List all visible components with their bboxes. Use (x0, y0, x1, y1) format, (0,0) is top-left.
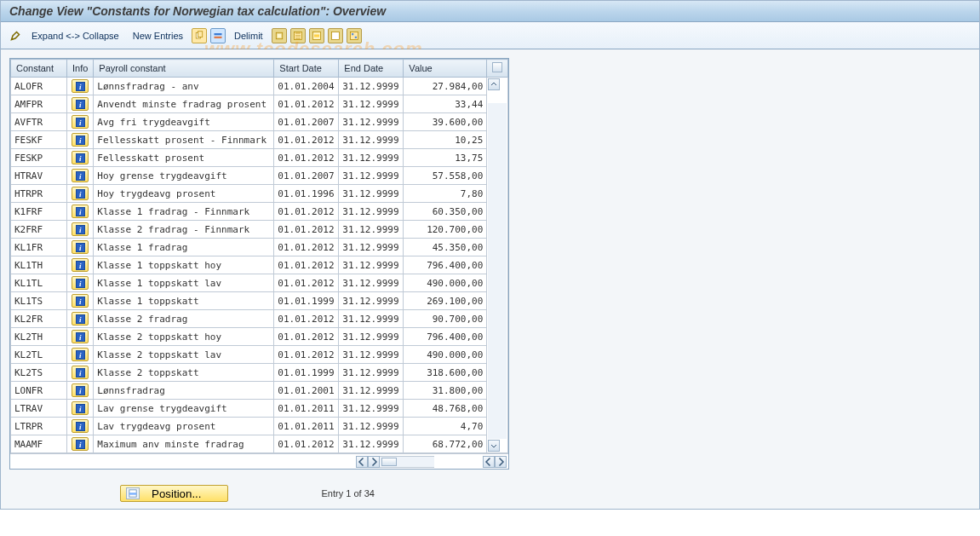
info-icon[interactable]: i (72, 419, 89, 433)
cell-start-date[interactable]: 01.01.1999 (274, 292, 339, 310)
cell-end-date[interactable]: 31.12.9999 (339, 435, 404, 453)
select-all-icon[interactable] (290, 28, 306, 43)
cell-end-date[interactable]: 31.12.9999 (339, 78, 404, 95)
cell-constant[interactable]: KL1TL (11, 274, 67, 292)
new-entries-button[interactable]: New Entries (128, 29, 188, 43)
table-row[interactable]: LONFRiLønnsfradrag01.01.200131.12.999931… (11, 382, 508, 400)
info-icon[interactable]: i (72, 312, 89, 326)
cell-desc[interactable]: Klasse 2 toppskatt hoy (94, 328, 274, 346)
info-icon[interactable]: i (72, 79, 89, 93)
cell-desc[interactable]: Klasse 2 fradrag - Finnmark (94, 221, 274, 239)
hscroll-thumb[interactable] (381, 458, 397, 466)
cell-value[interactable]: 120.700,00 (404, 221, 487, 239)
hscroll-left-icon[interactable] (356, 456, 368, 468)
cell-value[interactable]: 4,70 (404, 418, 487, 435)
cell-desc[interactable]: Klasse 2 fradrag (94, 310, 274, 328)
info-icon[interactable]: i (72, 151, 89, 164)
cell-end-date[interactable]: 31.12.9999 (339, 364, 404, 382)
cell-constant[interactable]: LTRAV (11, 400, 67, 418)
cell-start-date[interactable]: 01.01.2001 (274, 382, 339, 400)
cell-end-date[interactable]: 31.12.9999 (339, 239, 404, 256)
cell-value[interactable]: 10,25 (404, 131, 487, 149)
info-icon[interactable]: i (72, 133, 89, 147)
cell-start-date[interactable]: 01.01.2012 (274, 221, 339, 239)
delimit-button[interactable]: Delimit (229, 29, 268, 43)
cell-end-date[interactable]: 31.12.9999 (339, 221, 404, 239)
info-icon[interactable]: i (72, 348, 89, 361)
cell-value[interactable]: 68.772,00 (404, 435, 487, 453)
cell-start-date[interactable]: 01.01.2012 (274, 346, 339, 364)
info-icon[interactable]: i (72, 240, 89, 254)
cell-desc[interactable]: Hoy grense trygdeavgift (94, 167, 274, 185)
table-row[interactable]: HTRPRiHoy trygdeavg prosent01.01.199631.… (11, 185, 508, 203)
info-icon[interactable]: i (72, 401, 89, 415)
info-icon[interactable]: i (72, 294, 89, 308)
cell-end-date[interactable]: 31.12.9999 (339, 113, 404, 131)
cell-value[interactable]: 33,44 (404, 95, 487, 113)
cell-value[interactable]: 490.000,00 (404, 346, 487, 364)
vertical-scrollbar[interactable] (487, 78, 508, 453)
info-icon[interactable]: i (72, 205, 89, 218)
cell-end-date[interactable]: 31.12.9999 (339, 203, 404, 221)
undo-change-icon[interactable] (272, 28, 287, 43)
cell-value[interactable]: 796.400,00 (404, 328, 487, 346)
cell-end-date[interactable]: 31.12.9999 (339, 382, 404, 400)
cell-desc[interactable]: Avg fri trygdeavgift (94, 113, 274, 131)
info-icon[interactable]: i (72, 366, 89, 379)
table-settings-icon[interactable] (492, 62, 502, 72)
info-icon[interactable]: i (72, 258, 89, 272)
cell-constant[interactable]: KL2FR (11, 310, 67, 328)
cell-start-date[interactable]: 01.01.2004 (274, 78, 339, 95)
col-end[interactable]: End Date (339, 60, 404, 78)
col-start[interactable]: Start Date (274, 60, 339, 78)
col-constant[interactable]: Constant (11, 60, 67, 78)
vscroll-track[interactable] (488, 103, 507, 439)
cell-start-date[interactable]: 01.01.2007 (274, 167, 339, 185)
cell-constant[interactable]: AVFTR (11, 113, 67, 131)
cell-desc[interactable]: Klasse 1 toppskatt (94, 292, 274, 310)
deselect-all-icon[interactable] (328, 28, 343, 43)
cell-constant[interactable]: KL1TH (11, 256, 67, 274)
info-icon[interactable]: i (72, 97, 89, 111)
table-row[interactable]: KL2THiKlasse 2 toppskatt hoy01.01.201231… (11, 328, 508, 346)
cell-value[interactable]: 318.600,00 (404, 364, 487, 382)
cell-desc[interactable]: Klasse 1 toppskatt lav (94, 274, 274, 292)
cell-start-date[interactable]: 01.01.2011 (274, 400, 339, 418)
cell-start-date[interactable]: 01.01.2012 (274, 310, 339, 328)
cell-desc[interactable]: Lav grense trygdeavgift (94, 400, 274, 418)
cell-start-date[interactable]: 01.01.2012 (274, 239, 339, 256)
cell-constant[interactable]: ALOFR (11, 78, 67, 95)
info-icon[interactable]: i (72, 187, 89, 200)
cell-desc[interactable]: Fellesskatt prosent - Finnmark (94, 131, 274, 149)
cell-constant[interactable]: LONFR (11, 382, 67, 400)
hscroll-right-icon[interactable] (368, 456, 380, 468)
cell-start-date[interactable]: 01.01.2012 (274, 131, 339, 149)
cell-start-date[interactable]: 01.01.2011 (274, 418, 339, 435)
cell-start-date[interactable]: 01.01.2012 (274, 274, 339, 292)
cell-end-date[interactable]: 31.12.9999 (339, 418, 404, 435)
table-row[interactable]: KL2FRiKlasse 2 fradrag01.01.201231.12.99… (11, 310, 508, 328)
delete-icon[interactable] (210, 28, 226, 43)
cell-end-date[interactable]: 31.12.9999 (339, 131, 404, 149)
info-icon[interactable]: i (72, 115, 89, 129)
cell-end-date[interactable]: 31.12.9999 (339, 167, 404, 185)
cell-end-date[interactable]: 31.12.9999 (339, 95, 404, 113)
cell-end-date[interactable]: 31.12.9999 (339, 292, 404, 310)
cell-value[interactable]: 7,80 (404, 185, 487, 203)
cell-desc[interactable]: Klasse 1 fradrag - Finnmark (94, 203, 274, 221)
cell-constant[interactable]: KL1FR (11, 239, 67, 256)
position-button[interactable]: Position... (120, 485, 228, 502)
cell-value[interactable]: 269.100,00 (404, 292, 487, 310)
table-row[interactable]: FESKPiFellesskatt prosent01.01.201231.12… (11, 149, 508, 167)
table-row[interactable]: KL1THiKlasse 1 toppskatt hoy01.01.201231… (11, 256, 508, 274)
copy-as-icon[interactable] (192, 28, 207, 43)
expand-collapse-button[interactable]: Expand <-> Collapse (26, 29, 124, 43)
cell-start-date[interactable]: 01.01.2012 (274, 149, 339, 167)
cell-value[interactable]: 57.558,00 (404, 167, 487, 185)
table-row[interactable]: KL2TLiKlasse 2 toppskatt lav01.01.201231… (11, 346, 508, 364)
cell-desc[interactable]: Hoy trygdeavg prosent (94, 185, 274, 203)
cell-start-date[interactable]: 01.01.1999 (274, 364, 339, 382)
hscroll-right2-icon[interactable] (495, 456, 507, 468)
table-row[interactable]: KL1TSiKlasse 1 toppskatt01.01.199931.12.… (11, 292, 508, 310)
cell-end-date[interactable]: 31.12.9999 (339, 328, 404, 346)
